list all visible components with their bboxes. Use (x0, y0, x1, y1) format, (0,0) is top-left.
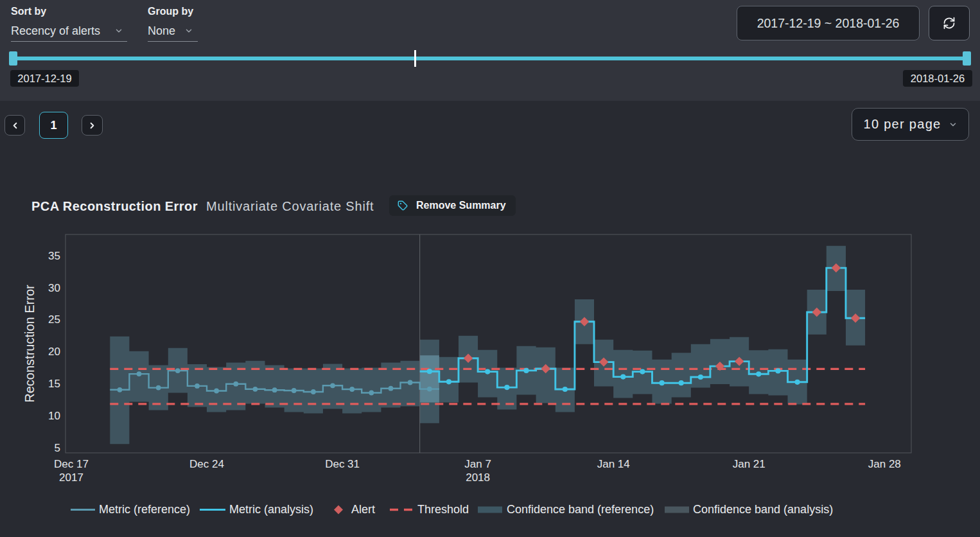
svg-text:10: 10 (48, 410, 60, 422)
svg-text:Dec 24: Dec 24 (189, 458, 224, 470)
svg-text:15: 15 (48, 378, 60, 390)
svg-text:2017: 2017 (59, 471, 83, 484)
svg-text:Jan 14: Jan 14 (597, 458, 630, 470)
svg-text:25: 25 (48, 313, 60, 326)
svg-text:5: 5 (55, 442, 60, 454)
svg-text:Confidence band (analysis): Confidence band (analysis) (693, 503, 833, 516)
svg-text:Jan 21: Jan 21 (733, 458, 766, 470)
svg-text:2018: 2018 (466, 471, 490, 484)
svg-text:Dec 17: Dec 17 (54, 458, 89, 470)
svg-text:Metric (analysis): Metric (analysis) (229, 503, 313, 516)
svg-text:35: 35 (48, 250, 60, 262)
svg-text:Threshold: Threshold (417, 503, 469, 516)
svg-text:Reconstruction Error: Reconstruction Error (22, 285, 37, 403)
svg-text:Metric (reference): Metric (reference) (99, 503, 190, 516)
svg-text:30: 30 (48, 282, 60, 294)
svg-text:20: 20 (48, 346, 60, 358)
svg-text:Dec 31: Dec 31 (325, 458, 360, 470)
svg-text:Confidence band (reference): Confidence band (reference) (507, 503, 654, 516)
svg-text:Alert: Alert (351, 503, 375, 516)
svg-text:Jan 7: Jan 7 (464, 458, 491, 470)
svg-text:Jan 28: Jan 28 (868, 458, 901, 470)
